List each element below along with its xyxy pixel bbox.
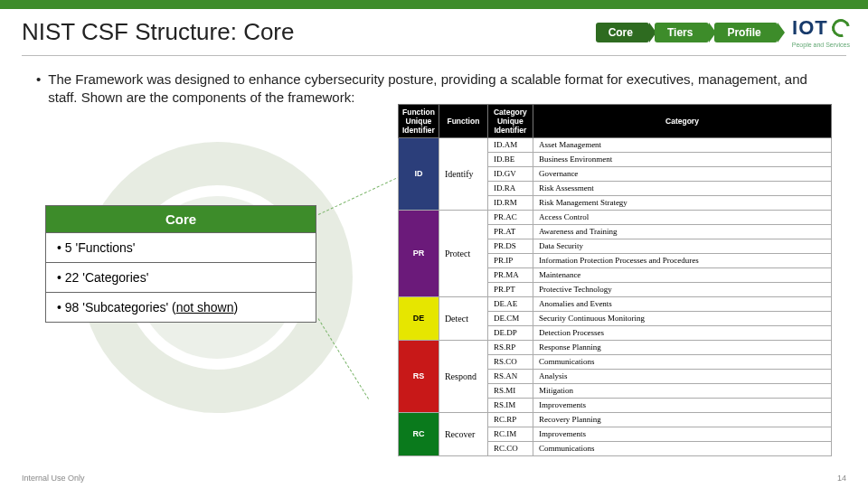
function-id-cell: PR [399,210,439,296]
nav-profile[interactable]: Profile [714,23,777,42]
table-row: DEDetectDE.AEAnomalies and Events [399,296,832,311]
core-card-title: Core [46,206,316,232]
function-id-cell: DE [399,296,439,340]
category-name-cell: Maintenance [533,267,831,282]
category-name-cell: Data Security [533,239,831,253]
category-name-cell: Risk Management Strategy [533,195,831,210]
header: NIST CSF Structure: Core Core Tiers Prof… [0,9,868,52]
category-name-cell: Communications [533,441,831,455]
nav-pills: Core Tiers Profile [596,23,778,42]
category-id-cell: RC.IM [487,427,533,441]
category-id-cell: RS.AN [487,369,533,383]
page-number: 14 [837,474,846,483]
category-id-cell: RS.RP [487,340,533,354]
category-id-cell: ID.RM [487,195,533,210]
swirl-icon [828,15,853,40]
category-name-cell: Mitigation [533,383,831,398]
table-row: IDIdentifyID.AMAsset Management [399,137,832,152]
table-row: RCRecoverRC.RPRecovery Planning [399,412,832,427]
category-id-cell: RC.RP [487,412,533,427]
function-label-cell: Identify [439,137,487,210]
logo: IOT People and Services [792,16,850,48]
category-name-cell: Risk Assessment [533,181,831,195]
category-id-cell: RC.CO [487,441,533,455]
category-id-cell: RS.CO [487,354,533,369]
nav-core[interactable]: Core [596,23,649,42]
footer: Internal Use Only 14 [22,474,846,483]
function-label-cell: Detect [439,296,487,340]
category-name-cell: Response Planning [533,340,831,354]
category-id-cell: PR.AC [487,210,533,224]
category-name-cell: Asset Management [533,137,831,152]
page-title: NIST CSF Structure: Core [22,18,295,46]
function-id-cell: RS [399,340,439,412]
col-func: Function [439,104,487,137]
framework-table: Function Unique Identifier Function Cate… [398,104,832,456]
category-name-cell: Protective Technology [533,282,831,296]
top-accent-bar [0,0,868,9]
category-id-cell: PR.AT [487,224,533,239]
category-id-cell: ID.RA [487,181,533,195]
category-id-cell: DE.CM [487,311,533,325]
col-func-id: Function Unique Identifier [399,104,439,137]
logo-tagline: People and Services [792,42,850,48]
category-id-cell: ID.BE [487,152,533,166]
core-card-list: 5 'Functions'22 'Categories'98 'Subcateg… [46,232,316,322]
intro-text: The Framework was designed to enhance cy… [48,70,832,108]
logo-text: IOT [792,16,828,40]
category-name-cell: Improvements [533,398,831,412]
function-id-cell: ID [399,137,439,210]
table-row: PRProtectPR.ACAccess Control [399,210,832,224]
category-id-cell: ID.GV [487,166,533,181]
function-id-cell: RC [399,412,439,455]
function-label-cell: Protect [439,210,487,296]
category-name-cell: Recovery Planning [533,412,831,427]
category-id-cell: RS.MI [487,383,533,398]
col-cat-id: Category Unique Identifier [487,104,533,137]
category-id-cell: PR.PT [487,282,533,296]
connector-line-top [318,175,401,214]
nav-tiers[interactable]: Tiers [655,23,709,42]
core-card-item: 22 'Categories' [46,262,316,292]
category-name-cell: Detection Processes [533,325,831,340]
category-name-cell: Business Environment [533,152,831,166]
category-name-cell: Anomalies and Events [533,296,831,311]
category-id-cell: PR.DS [487,239,533,253]
col-cat: Category [533,104,831,137]
table-row: RSRespondRS.RPResponse Planning [399,340,832,354]
category-name-cell: Analysis [533,369,831,383]
core-summary-card: Core 5 'Functions'22 'Categories'98 'Sub… [45,205,316,323]
category-name-cell: Communications [533,354,831,369]
category-id-cell: RS.IM [487,398,533,412]
category-name-cell: Governance [533,166,831,181]
category-id-cell: PR.MA [487,267,533,282]
category-id-cell: PR.IP [487,253,533,267]
function-label-cell: Recover [439,412,487,455]
category-name-cell: Security Continuous Monitoring [533,311,831,325]
category-id-cell: DE.DP [487,325,533,340]
function-label-cell: Respond [439,340,487,412]
core-card-item: 5 'Functions' [46,232,316,262]
category-id-cell: DE.AE [487,296,533,311]
core-card-item: 98 'Subcategories' (not shown) [46,292,316,322]
category-name-cell: Improvements [533,427,831,441]
category-name-cell: Access Control [533,210,831,224]
category-id-cell: ID.AM [487,137,533,152]
category-name-cell: Awareness and Training [533,224,831,239]
category-name-cell: Information Protection Processes and Pro… [533,253,831,267]
footer-classification: Internal Use Only [22,474,85,483]
